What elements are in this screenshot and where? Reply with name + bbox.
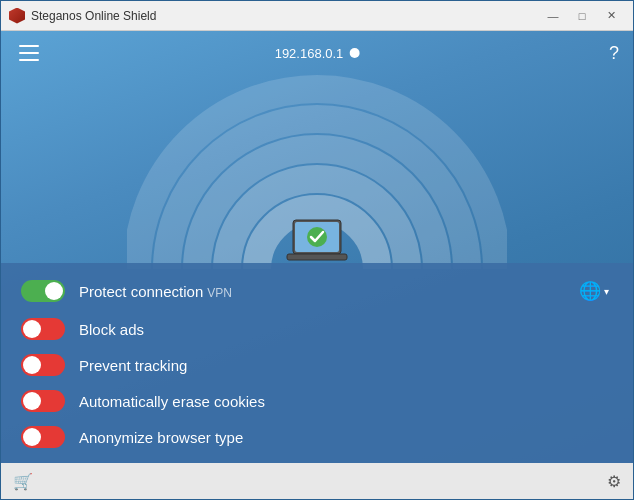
hamburger-line-2 xyxy=(19,52,39,54)
minimize-button[interactable]: — xyxy=(539,6,567,26)
toggle-knob-prevent-tracking xyxy=(23,356,41,374)
main-area: 192.168.0.1 ? xyxy=(1,31,633,463)
toggle-knob-anonymize-browser xyxy=(23,428,41,446)
close-button[interactable]: ✕ xyxy=(597,6,625,26)
toggle-row-erase-cookies: Automatically erase cookies xyxy=(1,383,633,419)
toggle-list: Protect connectionVPN🌐▾Block adsPrevent … xyxy=(1,263,633,463)
status-icon xyxy=(285,216,349,272)
toggle-suffix-protect-connection: VPN xyxy=(207,286,232,300)
globe-icon: 🌐 xyxy=(579,280,601,302)
toggle-switch-erase-cookies[interactable] xyxy=(21,390,65,412)
toggle-knob-block-ads xyxy=(23,320,41,338)
ip-address: 192.168.0.1 xyxy=(275,46,344,61)
toggle-row-anonymize-browser: Anonymize browser type xyxy=(1,419,633,455)
toggle-label-prevent-tracking: Prevent tracking xyxy=(79,357,613,374)
svg-rect-2 xyxy=(287,254,347,260)
hamburger-line-3 xyxy=(19,59,39,61)
toggle-row-prevent-tracking: Prevent tracking xyxy=(1,347,633,383)
gear-icon[interactable]: ⚙ xyxy=(607,472,621,491)
main-window: Steganos Online Shield — □ ✕ 192.168.0.1… xyxy=(0,0,634,500)
chevron-down-icon: ▾ xyxy=(604,286,609,297)
cart-icon[interactable]: 🛒 xyxy=(13,472,33,491)
window-controls: — □ ✕ xyxy=(539,6,625,26)
ip-container: 192.168.0.1 xyxy=(275,46,360,61)
app-icon xyxy=(9,8,25,24)
toggle-row-block-ads: Block ads xyxy=(1,311,633,347)
toggle-switch-block-ads[interactable] xyxy=(21,318,65,340)
topbar: 192.168.0.1 ? xyxy=(1,31,633,75)
ip-dot xyxy=(349,48,359,58)
vpn-globe-button[interactable]: 🌐▾ xyxy=(575,278,613,304)
hamburger-line-1 xyxy=(19,45,39,47)
toggle-switch-protect-connection[interactable] xyxy=(21,280,65,302)
toggle-label-erase-cookies: Automatically erase cookies xyxy=(79,393,613,410)
toggle-label-protect-connection: Protect connectionVPN xyxy=(79,283,575,300)
help-button[interactable]: ? xyxy=(609,43,619,64)
laptop-shield-svg xyxy=(285,216,349,272)
bottombar: 🛒 ⚙ xyxy=(1,463,633,499)
menu-button[interactable] xyxy=(15,39,43,67)
toggle-switch-prevent-tracking[interactable] xyxy=(21,354,65,376)
toggle-switch-anonymize-browser[interactable] xyxy=(21,426,65,448)
titlebar-title: Steganos Online Shield xyxy=(31,9,539,23)
toggle-label-anonymize-browser: Anonymize browser type xyxy=(79,429,613,446)
toggle-knob-erase-cookies xyxy=(23,392,41,410)
titlebar: Steganos Online Shield — □ ✕ xyxy=(1,1,633,31)
maximize-button[interactable]: □ xyxy=(568,6,596,26)
toggle-row-protect-connection: Protect connectionVPN🌐▾ xyxy=(1,271,633,311)
toggle-knob-protect-connection xyxy=(45,282,63,300)
toggle-label-block-ads: Block ads xyxy=(79,321,613,338)
